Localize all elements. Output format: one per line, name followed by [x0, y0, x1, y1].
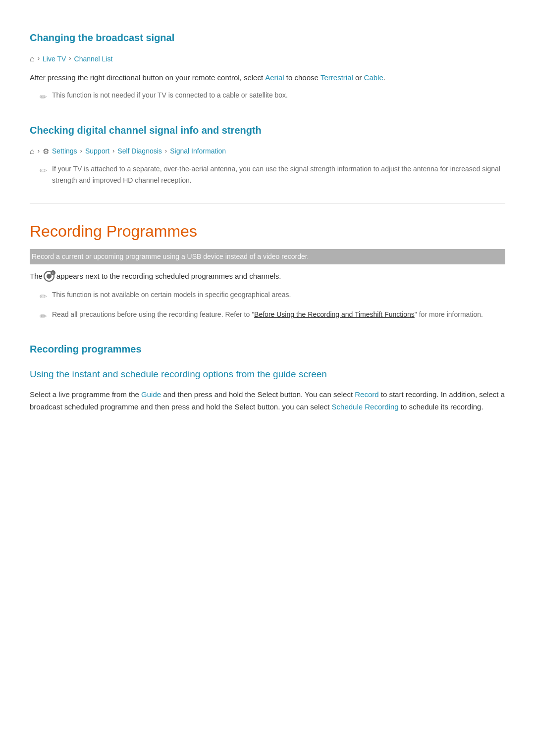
link-guide[interactable]: Guide — [141, 390, 161, 399]
appears-line: The + appears next to the recording sche… — [30, 269, 505, 283]
link-cable[interactable]: Cable — [364, 73, 383, 82]
timeshift-functions-link[interactable]: Before Using the Recording and Timeshift… — [254, 310, 415, 318]
recording-note-2-text: Read all precautions before using the re… — [52, 309, 483, 320]
home-icon-2: ⌂ — [30, 145, 35, 158]
section-broadcast-signal: Changing the broadcast signal ⌂ › Live T… — [30, 30, 505, 104]
subsection-block: Using the instant and schedule recording… — [30, 367, 505, 413]
recording-note-1: ✏ This function is not available on cert… — [40, 289, 505, 304]
recording-icon-wrapper: + — [43, 269, 56, 283]
recording-programmes-title: Recording Programmes — [30, 219, 505, 244]
link-terrestrial[interactable]: Terrestrial — [321, 73, 353, 82]
home-icon: ⌂ — [30, 52, 35, 65]
pencil-icon-4: ✏ — [40, 309, 47, 324]
breadcrumb-live-tv[interactable]: Live TV — [43, 53, 66, 64]
breadcrumb-settings-item[interactable]: Settings — [52, 146, 77, 156]
chevron-icon-6: › — [165, 146, 167, 156]
recording-subtitle-highlight: Record a current or upcoming programme u… — [30, 249, 505, 264]
breadcrumb-settings: ⌂ › ⚙ Settings › Support › Self Diagnosi… — [30, 145, 505, 158]
section-divider — [30, 203, 505, 204]
breadcrumb-signal-info[interactable]: Signal Information — [170, 146, 226, 156]
chevron-icon-3: › — [38, 146, 40, 156]
breadcrumb-support[interactable]: Support — [85, 146, 109, 156]
digital-signal-title: Checking digital channel signal info and… — [30, 122, 505, 138]
appears-text-before: The — [30, 270, 43, 283]
recording-programmes-sub-title: Recording programmes — [30, 341, 505, 357]
recording-icon: + — [43, 269, 56, 283]
section-digital-signal: Checking digital channel signal info and… — [30, 122, 505, 186]
section-recording-programmes: Recording Programmes Record a current or… — [30, 219, 505, 323]
link-schedule-recording[interactable]: Schedule Recording — [332, 403, 399, 411]
appears-text-after: appears next to the recording scheduled … — [56, 270, 281, 283]
pencil-icon-2: ✏ — [40, 164, 47, 178]
recording-note-2: ✏ Read all precautions before using the … — [40, 309, 505, 324]
chevron-icon-2: › — [69, 53, 71, 64]
link-record[interactable]: Record — [355, 390, 378, 399]
chevron-icon-5: › — [112, 146, 114, 156]
broadcast-note-text: This function is not needed if your TV i… — [52, 90, 288, 101]
subsection-guide-title: Using the instant and schedule recording… — [30, 367, 505, 382]
svg-point-1 — [47, 274, 52, 279]
pencil-icon-1: ✏ — [40, 90, 47, 104]
recording-note-1-text: This function is not available on certai… — [52, 289, 291, 300]
gear-icon: ⚙ — [43, 146, 49, 157]
recording-subtitle-text: Record a current or upcoming programme u… — [32, 252, 309, 260]
section-recording-programmes-sub: Recording programmes Using the instant a… — [30, 341, 505, 413]
svg-text:+: + — [52, 271, 54, 275]
digital-signal-note-text: If your TV is attached to a separate, ov… — [52, 163, 505, 186]
chevron-icon-1: › — [38, 53, 40, 64]
broadcast-signal-title: Changing the broadcast signal — [30, 30, 505, 46]
broadcast-note: ✏ This function is not needed if your TV… — [40, 90, 505, 104]
breadcrumb-self-diagnosis[interactable]: Self Diagnosis — [117, 146, 162, 156]
breadcrumb-channel-list[interactable]: Channel List — [74, 53, 113, 64]
chevron-icon-4: › — [80, 146, 82, 156]
subsection-guide-body: Select a live programme from the Guide a… — [30, 388, 505, 413]
broadcast-body-text: After pressing the right directional but… — [30, 71, 505, 84]
digital-signal-note: ✏ If your TV is attached to a separate, … — [40, 163, 505, 186]
link-aerial[interactable]: Aerial — [265, 73, 284, 82]
breadcrumb-broadcast: ⌂ › Live TV › Channel List — [30, 52, 505, 65]
pencil-icon-3: ✏ — [40, 290, 47, 304]
